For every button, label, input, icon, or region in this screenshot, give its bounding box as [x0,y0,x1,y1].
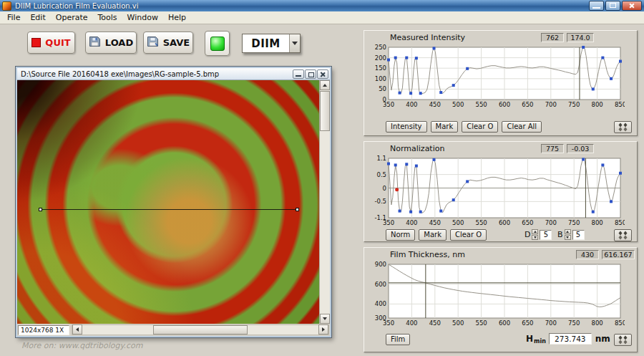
image-window: D:\Source File 20160418 exe\Images\RG-sa… [16,67,331,337]
image-window-titlebar: D:\Source File 20160418 exe\Images\RG-sa… [17,68,330,80]
diamonds-icon [617,122,629,132]
normalization-panel: Normalization 775 -0.03 3504004505005506… [364,141,638,242]
svg-text:600: 600 [499,101,510,108]
svg-text:450: 450 [429,319,441,327]
menu-window[interactable]: Window [122,12,163,23]
line-handle-right[interactable] [296,208,299,211]
svg-text:450: 450 [429,101,441,108]
svg-text:500: 500 [452,219,464,226]
image-size-status: 1024x768 1X [18,325,69,335]
film-button[interactable]: Film [386,334,410,345]
load-button[interactable]: LOAD [85,32,137,54]
hmin-display: Hmin 273.743 nm [526,333,610,345]
svg-text:700: 700 [545,219,557,226]
horizontal-scroll-thumb[interactable] [153,325,248,335]
normalization-graph[interactable]: 350400450500550600650700750800850-1.1-0.… [370,155,625,227]
quit-button[interactable]: QUIT [27,32,75,54]
menu-file[interactable]: File [2,12,25,23]
vertical-scrollbar[interactable] [319,80,330,324]
svg-text:850: 850 [615,219,625,226]
b-increment-button[interactable] [565,229,571,234]
intensity-button[interactable]: Intensity [386,121,427,133]
mark-button-2[interactable]: Mark [419,229,447,241]
svg-text:550: 550 [475,319,487,327]
svg-text:450: 450 [429,219,441,226]
mark-button[interactable]: Mark [431,121,459,133]
save-icon [147,36,159,49]
line-handle-left[interactable] [39,208,42,211]
svg-text:100: 100 [375,75,386,82]
save-button[interactable]: SAVE [143,32,193,54]
image-file-path: D:\Source File 20160418 exe\Images\RG-sa… [21,70,292,78]
image-status-bar: 1024x768 1X [17,324,330,336]
graph-palette-button-2[interactable] [614,229,632,241]
menu-tools[interactable]: Tools [93,12,122,23]
svg-text:400: 400 [406,101,417,108]
film-cursor-x: 430 [576,250,599,259]
normalization-title: Normalization [390,144,444,153]
film-thickness-panel: Film Thickness, nm 430 616.167 350400450… [364,247,638,352]
svg-text:600: 600 [499,319,510,327]
d-increment-button[interactable] [532,229,538,234]
scroll-up-button[interactable] [320,80,330,90]
menu-help[interactable]: Help [163,12,191,23]
b-value[interactable]: 5 [572,230,585,240]
graph-palette-button[interactable] [614,121,632,133]
svg-text:1.1: 1.1 [376,155,386,162]
image-close-icon[interactable] [317,69,328,79]
mode-selector[interactable]: DIIM [242,34,301,53]
scroll-left-button[interactable] [72,324,82,335]
app-icon [2,1,11,11]
clear-one-button[interactable]: Clear O [462,121,498,133]
svg-text:50: 50 [379,85,386,92]
d-decrement-button[interactable] [532,235,538,240]
close-icon[interactable] [622,1,642,11]
mode-dropdown-button[interactable] [289,34,300,52]
film-thickness-graph[interactable]: 3504004505005506006507007508008503004006… [370,261,625,327]
hmin-label: H [526,334,533,344]
scroll-right-button[interactable] [318,324,328,335]
svg-text:650: 650 [522,219,533,226]
svg-text:650: 650 [522,101,533,108]
hmin-subscript: min [534,338,546,345]
horizontal-scrollbar[interactable] [72,324,329,335]
d-control: D 5 [525,229,552,240]
norm-button[interactable]: Norm [386,229,415,241]
vertical-scroll-thumb[interactable] [320,91,330,131]
svg-text:400: 400 [406,219,417,226]
clear-one-button-2[interactable]: Clear O [450,229,487,241]
b-decrement-button[interactable] [565,235,571,240]
intensity-graph[interactable]: 3504004505005506006507007508008500501001… [370,44,625,109]
image-restore-icon[interactable] [305,69,316,79]
minimize-icon[interactable] [589,1,604,11]
svg-text:500: 500 [452,319,464,327]
intensity-title: Measured Intensity [390,33,465,42]
menu-operate[interactable]: Operate [51,12,93,23]
save-label: SAVE [163,37,190,48]
normalization-cursor-y: -0.03 [567,144,594,153]
scroll-down-button[interactable] [320,314,330,324]
led-indicator [210,37,225,51]
maximize-icon[interactable] [605,1,620,11]
b-label: B [557,230,563,239]
image-minimize-icon[interactable] [293,69,304,79]
chevron-down-icon [292,42,298,45]
interference-image[interactable] [17,80,319,324]
clear-all-button[interactable]: Clear All [502,121,542,133]
graph-palette-button-3[interactable] [614,334,632,346]
load-icon [89,36,101,49]
website-note: More on: www.qdtribology.com [21,341,142,350]
svg-text:0: 0 [383,185,386,192]
svg-text:850: 850 [615,319,625,327]
svg-text:700: 700 [545,101,557,108]
measurement-line[interactable] [40,209,298,210]
intensity-cursor-x: 762 [541,33,564,42]
d-value[interactable]: 5 [540,230,552,240]
svg-text:600: 600 [375,281,386,288]
svg-text:250: 250 [375,44,386,51]
menu-edit[interactable]: Edit [25,12,50,23]
title-bar: DIIM Lubrication Film Evaluation.vi [0,0,644,11]
app-window: DIIM Lubrication Film Evaluation.vi File… [0,0,644,356]
intensity-panel: Measured Intensity 762 174.0 35040045050… [364,30,638,136]
normalization-cursor-x: 775 [541,144,564,153]
